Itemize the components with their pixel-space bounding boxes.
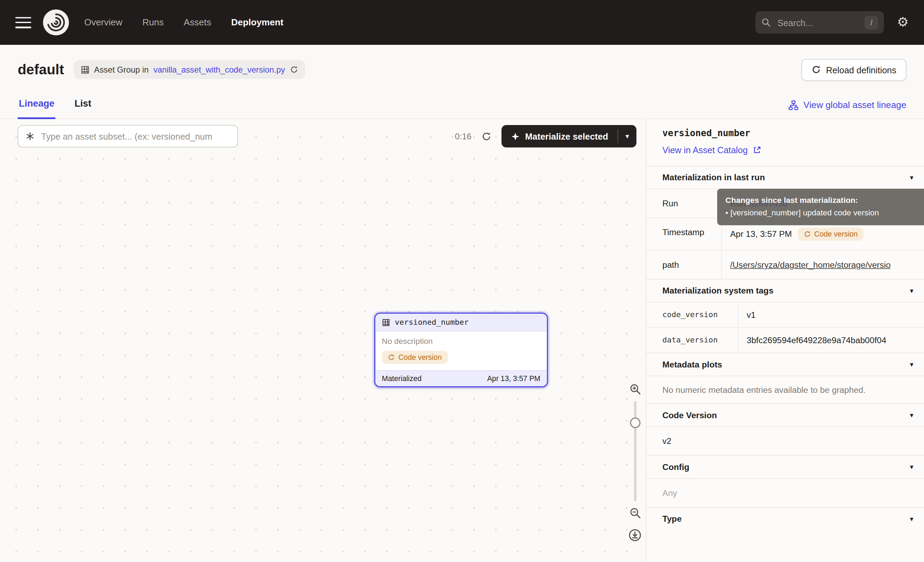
nav-item-deployment[interactable]: Deployment [231,17,284,28]
section-heading: Code Version [662,410,717,420]
zoom-slider-handle[interactable] [630,418,640,428]
config-value: Any [646,478,924,507]
nav-item-assets[interactable]: Assets [184,17,211,28]
asset-details-panel: versioned_number View in Asset Catalog M… [646,119,924,562]
download-view-icon[interactable] [628,528,642,542]
sync-icon [388,354,394,361]
tab-list[interactable]: List [73,99,92,119]
asset-title: versioned_number [662,128,913,138]
search-shortcut-key: / [865,16,878,29]
section-code-version[interactable]: Code Version ▾ [646,403,924,426]
zoom-out-icon[interactable] [629,507,641,519]
app-window: Overview Runs Assets Deployment / ⚙ defa… [0,0,924,562]
sparkle-icon [511,132,520,140]
chevron-down-icon: ▾ [910,463,913,471]
row-value: v1 [738,302,924,327]
canvas-toolbar-right: 0:16 Materialize selected ▾ [455,125,636,147]
row-label: code_version [646,302,738,327]
table-row-path: path /Users/sryza/dagster_home/storage/v… [646,250,924,279]
section-system-tags[interactable]: Materialization system tags ▾ [646,279,924,302]
reload-definitions-button[interactable]: Reload definitions [801,59,906,81]
materialize-selected-label: Materialize selected [525,131,608,141]
path-link[interactable]: /Users/sryza/dagster_home/storage/versio [730,260,890,269]
asset-node-versioned-number[interactable]: versioned_number No description Code ver… [374,313,548,388]
catalog-link-label: View in Asset Catalog [662,145,748,155]
materialize-dropdown-button[interactable]: ▾ [618,125,637,147]
table-row-data-version: data_version 3bfc269594ef649228e9a74bab0… [646,327,924,353]
lineage-graph-icon [789,100,799,110]
asset-node-footer: Materialized Apr 13, 3:57 PM [375,370,547,386]
global-lineage-label: View global asset lineage [804,100,906,110]
asset-group-prefix: Asset Group in [94,65,148,74]
refresh-icon[interactable] [482,131,492,141]
section-heading: Materialization system tags [662,286,773,295]
asset-node-description: No description [382,337,540,345]
asset-selector-icon [26,132,35,141]
hamburger-menu-icon[interactable] [15,17,31,28]
code-version-badge: Code version [798,227,864,240]
reload-definitions-label: Reload definitions [826,65,896,75]
metadata-plots-empty-message: No numeric metadata entries available to… [646,376,924,403]
zoom-controls [628,383,642,542]
materialized-timestamp: Apr 13, 3:57 PM [487,374,540,383]
row-value: /Users/sryza/dagster_home/storage/versio [722,251,924,279]
chevron-down-icon: ▾ [910,515,913,523]
row-label: Timestamp [646,218,722,250]
external-link-icon [753,146,761,154]
chevron-down-icon: ▾ [626,132,629,140]
materialized-status-label: Materialized [382,374,422,383]
section-metadata-plots[interactable]: Metadata plots ▾ [646,353,924,376]
tabs-bar: Lineage List View global asset lineage [0,86,924,119]
nav-item-runs[interactable]: Runs [142,17,164,28]
view-in-asset-catalog-link[interactable]: View in Asset Catalog [662,145,913,155]
section-heading: Config [662,462,689,472]
asset-node-body: No description Code version [375,331,547,370]
refresh-icon [811,65,820,74]
canvas-toolbar: 0:16 Materialize selected ▾ [18,125,637,147]
nav-links: Overview Runs Assets Deployment [84,17,284,28]
materialize-selected-button[interactable]: Materialize selected [502,125,618,147]
asset-group-file-link[interactable]: vanilla_asset_with_code_version.py [153,65,285,74]
refresh-icon[interactable] [290,65,298,74]
asset-subset-filter[interactable] [18,125,238,147]
zoom-in-icon[interactable] [629,383,641,395]
asset-group-icon [81,65,89,74]
materialize-selected-button-group: Materialize selected ▾ [502,125,637,147]
row-label: path [646,251,722,279]
row-label: Run [646,189,722,218]
section-materialization-last-run[interactable]: Materialization in last run ▾ [646,166,924,189]
lineage-canvas[interactable]: 0:16 Materialize selected ▾ [0,119,646,562]
code-version-badge-label: Code version [814,230,858,238]
changes-tooltip: Changes since last materialization: • [v… [717,189,924,225]
section-heading: Metadata plots [662,360,722,369]
zoom-slider[interactable] [629,401,641,501]
page-header: default Asset Group in vanilla_asset_wit… [0,45,924,86]
section-config[interactable]: Config ▾ [646,455,924,478]
chevron-down-icon: ▾ [910,287,913,295]
main-content: 0:16 Materialize selected ▾ [0,119,924,562]
gear-icon[interactable]: ⚙ [897,16,909,29]
section-heading: Type [662,514,682,523]
code-version-badge: Code version [382,351,448,364]
section-heading: Materialization in last run [662,173,765,182]
chevron-down-icon: ▾ [910,360,913,368]
asset-subset-input[interactable] [40,131,230,142]
asset-group-badge: Asset Group in vanilla_asset_with_code_v… [74,60,305,79]
tab-lineage[interactable]: Lineage [18,99,56,119]
search-input[interactable] [776,17,859,28]
global-search[interactable]: / [756,11,884,34]
view-global-asset-lineage-link[interactable]: View global asset lineage [789,100,906,119]
chevron-down-icon: ▾ [910,173,913,182]
sidebar-header: versioned_number View in Asset Catalog [646,119,924,166]
code-version-value: v2 [646,426,924,455]
zoom-slider-track [634,401,636,501]
section-type[interactable]: Type ▾ [646,507,924,530]
top-nav: Overview Runs Assets Deployment / ⚙ [0,0,924,45]
asset-table-icon [382,318,390,326]
dagster-logo[interactable] [43,9,69,35]
row-label: data_version [646,328,738,353]
page-title: default [18,62,64,78]
nav-item-overview[interactable]: Overview [84,17,123,28]
asset-node-header: versioned_number [375,314,547,331]
sync-icon [804,231,810,237]
